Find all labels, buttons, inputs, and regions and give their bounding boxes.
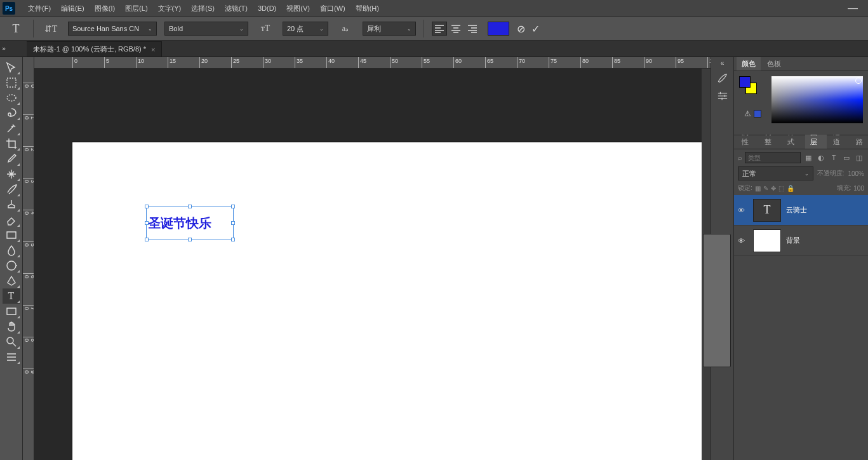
menu-item[interactable]: 滤镜(T) [220, 0, 253, 17]
type-tool[interactable]: T [3, 288, 20, 304]
layer-filter-bar: ⌕ ▦ ◐ T ▭ ◫ [734, 149, 868, 166]
foreground-background-swatch[interactable] [739, 76, 757, 94]
blur-tool[interactable] [3, 243, 20, 258]
text-color-swatch[interactable] [488, 22, 509, 36]
antialias-dropdown[interactable]: 犀利⌄ [363, 22, 416, 36]
text-box[interactable]: 圣诞节快乐 [146, 206, 234, 240]
type-tool-indicator: T [6, 19, 25, 38]
layer-thumbnail[interactable]: T [753, 199, 781, 222]
lock-position-icon[interactable]: ✥ [771, 185, 776, 192]
zoom-tool[interactable] [3, 334, 20, 349]
cancel-button[interactable]: ⊘ [517, 23, 525, 35]
options-bar: T ⇵T Source Han Sans CN⌄ Bold⌄ тT 20 点⌄ … [0, 17, 868, 41]
layer-thumbnail[interactable] [753, 229, 781, 252]
vertical-scrollbar[interactable] [702, 69, 711, 460]
ellipse-marquee-tool[interactable] [3, 90, 20, 105]
web-safe-swatch[interactable] [754, 110, 761, 118]
commit-button[interactable]: ✓ [531, 23, 540, 35]
filter-pixel-icon[interactable]: ▦ [803, 152, 813, 163]
canvas[interactable]: 圣诞节快乐 [72, 142, 707, 460]
menu-item[interactable]: 选择(S) [186, 0, 220, 17]
layer-name[interactable]: 云骑士 [786, 205, 807, 215]
expand-left-icon[interactable]: » [0, 40, 8, 57]
layer-filter-input[interactable] [745, 152, 801, 163]
font-family-value: Source Han Sans CN [72, 25, 139, 32]
lock-transparent-icon[interactable]: ▦ [755, 185, 761, 192]
fill-value[interactable]: 100 [853, 185, 864, 192]
menu-item[interactable]: 图层(L) [120, 0, 152, 17]
magic-wand-tool[interactable] [3, 121, 20, 136]
canvas-area: 00102030405060708090 0510152025303540455… [23, 57, 711, 460]
menu-item[interactable]: 文件(F) [23, 0, 56, 17]
visibility-toggle-icon[interactable]: 👁 [738, 237, 748, 245]
menu-item[interactable]: 3D(D) [253, 0, 281, 17]
filter-adjust-icon[interactable]: ◐ [816, 152, 826, 163]
eyedropper-tool[interactable] [3, 151, 20, 166]
font-style-value: Bold [169, 25, 183, 32]
layer-row[interactable]: 👁T云骑士 [734, 195, 868, 226]
layer-name[interactable]: 背景 [786, 236, 800, 245]
eraser-tool[interactable] [3, 212, 20, 227]
rectangle-tool[interactable] [3, 304, 20, 319]
minimize-button[interactable]: — [843, 0, 868, 17]
menu-item[interactable]: 编辑(E) [56, 0, 90, 17]
search-icon: ⌕ [738, 154, 742, 161]
font-family-dropdown[interactable]: Source Han Sans CN⌄ [68, 22, 157, 36]
lock-label: 锁定: [738, 184, 752, 193]
brush-panel-icon[interactable] [714, 71, 731, 85]
layers-list: 👁T云骑士👁背景 [734, 195, 868, 460]
brush-tool[interactable] [3, 182, 20, 197]
vertical-ruler: 00102030405060708090 [23, 57, 34, 460]
align-center-button[interactable] [448, 22, 464, 36]
menu-item[interactable]: 文字(Y) [153, 0, 187, 17]
menu-item[interactable]: 帮助(H) [351, 0, 384, 17]
menu-bar: Ps 文件(F)编辑(E)图像(I)图层(L)文字(Y)选择(S)滤镜(T)3D… [0, 0, 868, 17]
menu-item[interactable]: 视图(V) [281, 0, 315, 17]
document-tab-bar: » 未标题-1 @ 100% (云骑士, RGB/8) * × [0, 41, 868, 57]
right-panels: 颜色 色板 ⚠ 属性 调整 样式 图层 通道 路 ⌕ [733, 57, 868, 460]
layer-row[interactable]: 👁背景 [734, 226, 868, 256]
color-panel-tabs: 颜色 色板 [734, 57, 868, 71]
lock-pixels-icon[interactable]: ✎ [763, 185, 768, 192]
font-size-dropdown[interactable]: 20 点⌄ [283, 22, 328, 36]
edit-toolbar[interactable] [3, 349, 20, 365]
crop-tool[interactable] [3, 136, 20, 151]
adjustments-panel-icon[interactable] [714, 89, 731, 103]
document-tab[interactable]: 未标题-1 @ 100% (云骑士, RGB/8) * × [27, 41, 162, 57]
stamp-tool[interactable] [3, 197, 20, 212]
opacity-value[interactable]: 100% [848, 170, 864, 177]
align-right-button[interactable] [465, 22, 480, 36]
expand-panels-icon[interactable]: « [711, 60, 733, 67]
filter-smart-icon[interactable]: ◫ [854, 152, 864, 163]
visibility-toggle-icon[interactable]: 👁 [738, 206, 748, 214]
menu-item[interactable]: 窗口(W) [315, 0, 351, 17]
font-style-dropdown[interactable]: Bold⌄ [164, 22, 248, 36]
spot-heal-tool[interactable] [3, 166, 20, 182]
dodge-tool[interactable] [3, 258, 20, 273]
tab-swatches[interactable]: 色板 [762, 57, 786, 71]
text-orientation-button[interactable]: ⇵T [41, 19, 60, 38]
lock-all-icon[interactable]: 🔒 [787, 185, 794, 192]
menu-item[interactable]: 图像(I) [90, 0, 120, 17]
gradient-tool[interactable] [3, 227, 20, 243]
blend-mode-dropdown[interactable]: 正常⌄ [738, 166, 813, 180]
antialias-value: 犀利 [367, 24, 381, 34]
tab-color[interactable]: 颜色 [737, 57, 761, 71]
color-field[interactable] [771, 76, 863, 123]
move-tool[interactable] [3, 60, 20, 75]
marquee-tool[interactable] [3, 75, 20, 90]
lock-artboard-icon[interactable]: ⬚ [778, 185, 784, 192]
lasso-tool[interactable] [3, 105, 20, 121]
hand-tool[interactable] [3, 319, 20, 334]
tab-paths[interactable]: 路 [851, 135, 868, 149]
align-left-button[interactable] [432, 22, 447, 36]
gamut-warning-icon[interactable]: ⚠ [744, 109, 751, 118]
align-group [432, 22, 480, 36]
antialias-icon: aₐ [336, 19, 355, 38]
pen-tool[interactable] [3, 273, 20, 288]
close-tab-icon[interactable]: × [151, 46, 155, 53]
canvas-text-content: 圣诞节快乐 [148, 215, 211, 232]
filter-shape-icon[interactable]: ▭ [841, 152, 851, 163]
foreground-color[interactable] [739, 76, 751, 88]
filter-type-icon[interactable]: T [829, 152, 839, 163]
